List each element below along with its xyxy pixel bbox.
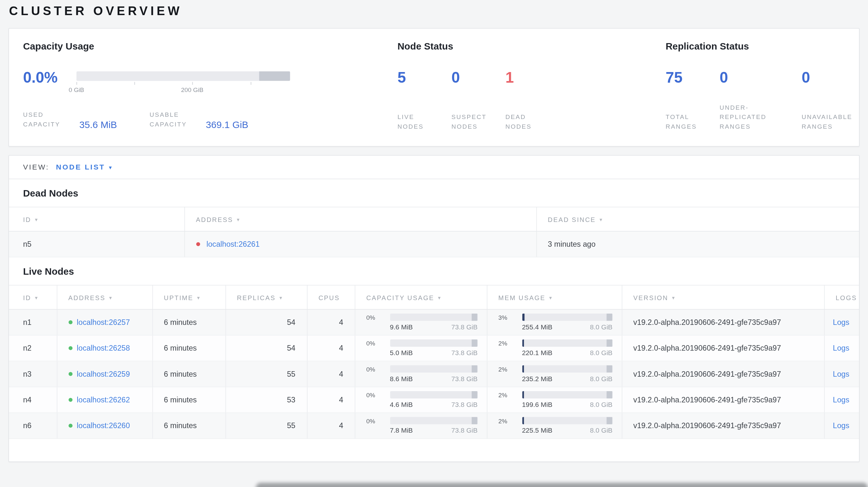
dead-col-address[interactable]: ADDRESS▼ — [184, 207, 536, 231]
dead-node-id: n5 — [9, 231, 184, 257]
live-col-address[interactable]: ADDRESS▼ — [57, 285, 152, 310]
mem-used-value: 220.1 MiB — [522, 349, 552, 357]
axis-tick — [76, 82, 77, 85]
mem-used-value: 225.5 MiB — [522, 426, 552, 434]
node-id: n2 — [9, 335, 57, 361]
used-capacity-value: 35.6 MiB — [79, 120, 117, 131]
node-cpus: 4 — [307, 335, 355, 361]
live-status-dot-icon — [68, 424, 72, 427]
under-replicated-ranges-stat: 0 UNDER- REPLICATED RANGES — [720, 70, 802, 131]
mem-percent-text: 2% — [498, 340, 522, 347]
dead-nodes-header-row: ID▼ ADDRESS▼ DEAD SINCE▼ — [9, 207, 859, 231]
node-address-link[interactable]: localhost:26262 — [77, 396, 130, 404]
capacity-mini-bar-nonusable — [471, 314, 477, 321]
node-version: v19.2.0-alpha.20190606-2491-gfe735c9a97 — [622, 310, 824, 335]
node-address-link[interactable]: localhost:26260 — [77, 421, 130, 430]
capacity-total-value: 73.8 GiB — [452, 375, 478, 383]
capacity-used-value: 8.6 MiB — [390, 375, 413, 383]
mem-total-value: 8.0 GiB — [590, 375, 613, 383]
cluster-overview-page: CLUSTER OVERVIEW Capacity Usage 0.0% — [0, 4, 868, 487]
suspect-nodes-stat: 0 SUSPECT NODES — [452, 70, 505, 131]
node-replicas: 55 — [225, 413, 307, 439]
mem-mini-bar-fill — [522, 365, 524, 373]
capacity-mini-bar — [390, 417, 478, 424]
dead-nodes-count: 1 — [505, 70, 559, 85]
mem-percent-text: 2% — [498, 417, 522, 424]
node-address-cell: localhost:26257 — [57, 310, 152, 335]
dead-node-row: n5 localhost:26261 3 minutes ago — [9, 231, 859, 257]
live-col-logs[interactable]: LOGS — [824, 285, 859, 310]
sort-desc-icon: ▼ — [548, 296, 553, 301]
usable-capacity-label: USABLE CAPACITY — [150, 110, 200, 129]
live-nodes-table: ID▼ ADDRESS▼ UPTIME▼ REPLICAS▼ CPUS CAPA… — [9, 285, 859, 439]
capacity-used-value: 9.6 MiB — [390, 323, 413, 331]
mem-total-value: 8.0 GiB — [590, 323, 613, 331]
live-nodes-title: Live Nodes — [23, 266, 859, 278]
live-col-replicas[interactable]: REPLICAS▼ — [225, 285, 307, 310]
node-status-title: Node Status — [397, 41, 665, 52]
mem-percent-text: 2% — [498, 365, 522, 372]
replication-status-section: Replication Status 75 TOTAL RANGES 0 UND… — [665, 41, 859, 131]
sort-desc-icon: ▼ — [599, 218, 604, 223]
live-col-uptime[interactable]: UPTIME▼ — [153, 285, 225, 310]
suspect-nodes-count: 0 — [452, 70, 505, 85]
mem-mini-bar-fill — [522, 314, 524, 321]
capacity-total-value: 73.8 GiB — [452, 426, 478, 434]
live-col-id[interactable]: ID▼ — [9, 285, 57, 310]
capacity-percent-text: 0% — [366, 365, 390, 372]
node-uptime: 6 minutes — [153, 361, 225, 387]
live-col-capacity-usage[interactable]: CAPACITY USAGE▼ — [355, 285, 487, 310]
live-col-mem-usage[interactable]: MEM USAGE▼ — [487, 285, 622, 310]
mem-total-value: 8.0 GiB — [590, 349, 613, 357]
mem-percent-text: 3% — [498, 314, 522, 321]
node-address-link[interactable]: localhost:26259 — [77, 370, 130, 378]
mem-mini-bar-fill — [522, 391, 524, 398]
live-status-dot-icon — [68, 398, 72, 402]
sort-desc-icon: ▼ — [279, 296, 284, 301]
node-address-link[interactable]: localhost:26258 — [77, 344, 130, 352]
node-address-cell: localhost:26258 — [57, 335, 152, 361]
suspect-nodes-label: SUSPECT NODES — [452, 102, 505, 132]
logs-link[interactable]: Logs — [833, 421, 849, 430]
total-ranges-label: TOTAL RANGES — [665, 102, 720, 132]
mem-mini-bar-nonusable — [607, 417, 612, 424]
axis-tick — [192, 82, 193, 85]
live-node-row: n3 localhost:26259 6 minutes 55 4 0% 8.6… — [9, 361, 859, 387]
node-replicas: 54 — [225, 310, 307, 335]
total-ranges-count: 75 — [665, 70, 720, 85]
node-address-cell: localhost:26259 — [57, 361, 152, 387]
node-capacity-usage: 0% 7.8 MiB73.8 GiB — [355, 413, 487, 439]
node-version: v19.2.0-alpha.20190606-2491-gfe735c9a97 — [622, 387, 824, 413]
dead-node-address-link[interactable]: localhost:26261 — [207, 240, 260, 248]
mem-mini-bar-nonusable — [607, 391, 612, 398]
capacity-usage-title: Capacity Usage — [23, 41, 398, 52]
page-title: CLUSTER OVERVIEW — [9, 4, 868, 18]
logs-link[interactable]: Logs — [833, 396, 849, 404]
node-cpus: 4 — [307, 361, 355, 387]
sort-desc-icon: ▼ — [196, 296, 202, 301]
dead-nodes-table: ID▼ ADDRESS▼ DEAD SINCE▼ n5 localhost:26… — [9, 207, 859, 257]
view-bar: VIEW: NODE LIST ▾ — [9, 156, 859, 179]
node-mem-usage: 2% 225.5 MiB8.0 GiB — [487, 413, 622, 439]
node-address-cell: localhost:26260 — [57, 413, 152, 439]
node-logs-cell: Logs — [824, 310, 859, 335]
summary-card: Capacity Usage 0.0% 0 GiB 200 GiB — [8, 28, 860, 147]
live-nodes-stat: 5 LIVE NODES — [397, 70, 452, 131]
logs-link[interactable]: Logs — [833, 318, 849, 326]
logs-link[interactable]: Logs — [833, 370, 849, 378]
node-capacity-usage: 0% 5.0 MiB73.8 GiB — [355, 335, 487, 361]
logs-link[interactable]: Logs — [833, 344, 849, 352]
mem-mini-bar — [522, 391, 612, 398]
node-address-link[interactable]: localhost:26257 — [77, 318, 130, 326]
node-cpus: 4 — [307, 387, 355, 413]
live-col-cpus[interactable]: CPUS — [307, 285, 355, 310]
dead-col-id[interactable]: ID▼ — [9, 207, 184, 231]
view-selected-value: NODE LIST — [56, 163, 105, 171]
mem-mini-bar — [522, 365, 612, 373]
view-selector-dropdown[interactable]: NODE LIST ▾ — [56, 163, 113, 171]
node-capacity-usage: 0% 4.6 MiB73.8 GiB — [355, 387, 487, 413]
capacity-mini-bar-nonusable — [471, 339, 477, 347]
unavailable-ranges-stat: 0 UNAVAILABLE RANGES — [802, 70, 856, 131]
live-col-version[interactable]: VERSION▼ — [622, 285, 824, 310]
dead-col-dead-since[interactable]: DEAD SINCE▼ — [536, 207, 859, 231]
